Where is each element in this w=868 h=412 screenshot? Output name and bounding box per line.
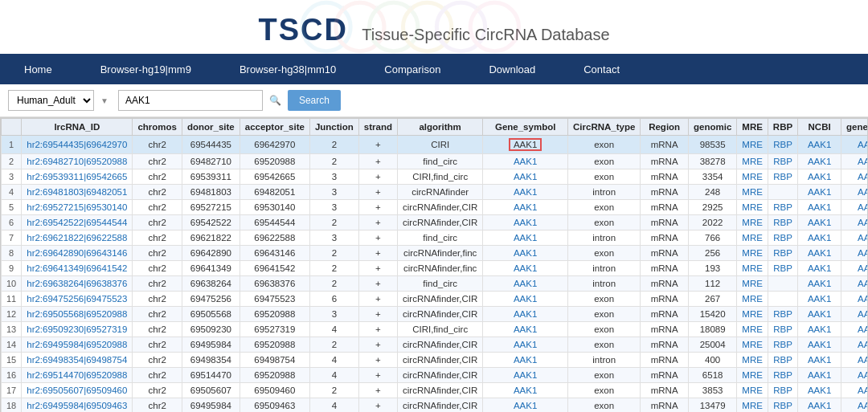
circrna-id[interactable]: hr2:69495984|69509463 xyxy=(22,398,133,413)
circrna-id[interactable]: hr2:69621822|69622588 xyxy=(22,230,133,246)
table-row[interactable]: 2 hr2:69482710|69520988 chr2 69482710 69… xyxy=(2,154,869,169)
ncbi-link[interactable]: AAK1 xyxy=(798,337,841,353)
gene-symbol[interactable]: AAK1 xyxy=(483,368,568,383)
genecards-link[interactable]: AAK1 xyxy=(841,230,868,246)
circrna-id[interactable]: hr2:69495984|69520988 xyxy=(22,337,133,353)
table-row[interactable]: 18 hr2:69495984|69509463 chr2 69495984 6… xyxy=(2,398,869,413)
genecards-link[interactable]: AAK1 xyxy=(841,261,868,276)
gene-link[interactable]: AAK1 xyxy=(514,279,537,288)
ncbi-link[interactable]: AAK1 xyxy=(798,185,841,200)
table-row[interactable]: 10 hr2:69638264|69638376 chr2 69638264 6… xyxy=(2,276,869,292)
gene-symbol[interactable]: AAK1 xyxy=(483,169,568,185)
ncbi-link[interactable]: AAK1 xyxy=(798,230,841,246)
search-input[interactable] xyxy=(118,90,263,111)
mre-link[interactable]: MRE xyxy=(737,261,768,276)
gene-link[interactable]: AAK1 xyxy=(514,370,537,380)
circrna-id[interactable]: hr2:69527215|69530140 xyxy=(22,200,133,215)
gene-symbol[interactable]: AAK1 xyxy=(483,276,568,292)
circrna-id[interactable]: hr2:69475256|69475523 xyxy=(22,292,133,307)
table-row[interactable]: 4 hr2:69481803|69482051 chr2 69481803 69… xyxy=(2,185,869,200)
ncbi-link[interactable]: AAK1 xyxy=(798,368,841,383)
nav-contact[interactable]: Contact xyxy=(559,54,644,84)
gene-link[interactable]: AAK1 xyxy=(514,294,537,304)
rbp-link[interactable]: RBP xyxy=(768,353,797,368)
gene-symbol[interactable]: AAK1 xyxy=(483,383,568,398)
ncbi-link[interactable]: AAK1 xyxy=(798,307,841,322)
ncbi-link[interactable]: AAK1 xyxy=(798,136,841,154)
genecards-link[interactable]: AAK1 xyxy=(841,307,868,322)
mre-link[interactable]: MRE xyxy=(737,246,768,261)
rbp-link[interactable] xyxy=(768,292,797,307)
rbp-link[interactable]: RBP xyxy=(768,215,797,230)
table-row[interactable]: 17 hr2:69505607|69509460 chr2 69505607 6… xyxy=(2,383,869,398)
ncbi-link[interactable]: AAK1 xyxy=(798,398,841,413)
rbp-link[interactable]: RBP xyxy=(768,230,797,246)
ncbi-link[interactable]: AAK1 xyxy=(798,246,841,261)
nav-home[interactable]: Home xyxy=(0,54,76,84)
genecards-link[interactable]: AAK1 xyxy=(841,368,868,383)
genecards-link[interactable]: AAK1 xyxy=(841,215,868,230)
ncbi-link[interactable]: AAK1 xyxy=(798,169,841,185)
circrna-id[interactable]: hr2:69482710|69520988 xyxy=(22,154,133,169)
table-row[interactable]: 9 hr2:69641349|69641542 chr2 69641349 69… xyxy=(2,261,869,276)
genecards-link[interactable]: AAK1 xyxy=(841,337,868,353)
table-row[interactable]: 5 hr2:69527215|69530140 chr2 69527215 69… xyxy=(2,200,869,215)
ncbi-link[interactable]: AAK1 xyxy=(798,383,841,398)
mre-link[interactable]: MRE xyxy=(737,169,768,185)
rbp-link[interactable] xyxy=(768,185,797,200)
rbp-link[interactable]: RBP xyxy=(768,246,797,261)
circrna-id[interactable]: hr2:69505607|69509460 xyxy=(22,383,133,398)
circrna-id[interactable]: hr2:69544435|69642970 xyxy=(22,136,133,154)
gene-link[interactable]: AAK1 xyxy=(514,385,537,395)
circrna-id[interactable]: hr2:69638264|69638376 xyxy=(22,276,133,292)
mre-link[interactable]: MRE xyxy=(737,136,768,154)
nav-browser-hg19[interactable]: Browser-hg19|mm9 xyxy=(76,54,215,84)
gene-symbol[interactable]: AAK1 xyxy=(483,353,568,368)
gene-symbol[interactable]: AAK1 xyxy=(483,307,568,322)
mre-link[interactable]: MRE xyxy=(737,230,768,246)
rbp-link[interactable]: RBP xyxy=(768,200,797,215)
circrna-id[interactable]: hr2:69498354|69498754 xyxy=(22,353,133,368)
nav-comparison[interactable]: Comparison xyxy=(360,54,465,84)
table-row[interactable]: 14 hr2:69495984|69520988 chr2 69495984 6… xyxy=(2,337,869,353)
table-row[interactable]: 11 hr2:69475256|69475523 chr2 69475256 6… xyxy=(2,292,869,307)
mre-link[interactable]: MRE xyxy=(737,307,768,322)
mre-link[interactable]: MRE xyxy=(737,368,768,383)
gene-link[interactable]: AAK1 xyxy=(514,401,537,410)
rbp-link[interactable]: RBP xyxy=(768,169,797,185)
gene-link[interactable]: AAK1 xyxy=(514,202,537,212)
circrna-id[interactable]: hr2:69481803|69482051 xyxy=(22,185,133,200)
mre-link[interactable]: MRE xyxy=(737,200,768,215)
circrna-id[interactable]: hr2:69642890|69643146 xyxy=(22,246,133,261)
gene-link[interactable]: AAK1 xyxy=(514,233,537,243)
gene-symbol[interactable]: AAK1 xyxy=(483,261,568,276)
species-dropdown[interactable]: Human_Adult Human_Fetal Mouse_Adult Mous… xyxy=(8,90,94,111)
rbp-link[interactable]: RBP xyxy=(768,337,797,353)
gene-link[interactable]: AAK1 xyxy=(514,324,537,334)
genecards-link[interactable]: AAK1 xyxy=(841,154,868,169)
gene-symbol[interactable]: AAK1 xyxy=(483,154,568,169)
genecards-link[interactable]: AAK1 xyxy=(841,136,868,154)
gene-link[interactable]: AAK1 xyxy=(514,172,537,182)
gene-link[interactable]: AAK1 xyxy=(514,187,537,197)
mre-link[interactable]: MRE xyxy=(737,398,768,413)
rbp-link[interactable]: RBP xyxy=(768,307,797,322)
rbp-link[interactable]: RBP xyxy=(768,383,797,398)
circrna-id[interactable]: hr2:69509230|69527319 xyxy=(22,322,133,337)
ncbi-link[interactable]: AAK1 xyxy=(798,200,841,215)
nav-download[interactable]: Download xyxy=(465,54,559,84)
gene-link[interactable]: AAK1 xyxy=(514,340,537,349)
genecards-link[interactable]: AAK1 xyxy=(841,292,868,307)
gene-link[interactable]: AAK1 xyxy=(514,309,537,319)
rbp-link[interactable]: RBP xyxy=(768,261,797,276)
mre-link[interactable]: MRE xyxy=(737,383,768,398)
gene-link[interactable]: AAK1 xyxy=(514,218,537,227)
circrna-id[interactable]: hr2:69542522|69544544 xyxy=(22,215,133,230)
mre-link[interactable]: MRE xyxy=(737,353,768,368)
search-button[interactable]: Search xyxy=(288,90,341,111)
ncbi-link[interactable]: AAK1 xyxy=(798,261,841,276)
gene-symbol[interactable]: AAK1 xyxy=(483,215,568,230)
table-row[interactable]: 6 hr2:69542522|69544544 chr2 69542522 69… xyxy=(2,215,869,230)
mre-link[interactable]: MRE xyxy=(737,185,768,200)
gene-symbol[interactable]: AAK1 xyxy=(483,337,568,353)
